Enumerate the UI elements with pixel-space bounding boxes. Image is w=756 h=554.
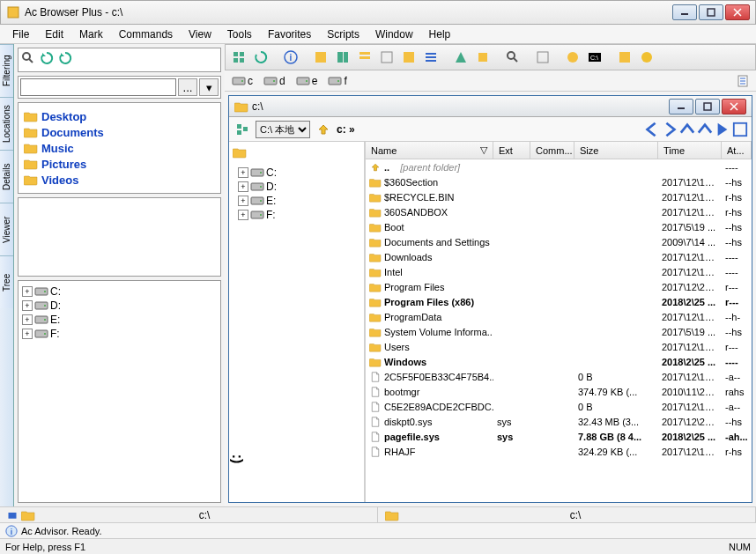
search-icon[interactable] (20, 50, 36, 66)
drive-select[interactable]: C:\ 本地 (256, 121, 310, 138)
inner-close-button[interactable] (722, 99, 746, 114)
sidetab-tree[interactable]: Tree (0, 255, 13, 308)
file-row[interactable]: Program Files2017\12\20 ...r--- (366, 279, 752, 294)
expand-icon[interactable]: + (22, 314, 33, 325)
bottom-tab[interactable]: c:\ (0, 507, 378, 522)
tb-info-icon[interactable]: i (281, 48, 300, 67)
menu-file[interactable]: File (5, 26, 36, 42)
tree-drive[interactable]: +F: (22, 327, 217, 341)
file-row[interactable]: Downloads2017\12\15 ...---- (366, 249, 752, 264)
file-row[interactable]: bootmgr374.79 KB (...2010\11\21 ...rahs (366, 384, 752, 399)
inner-tree-drive[interactable]: +F: (233, 208, 360, 222)
menu-scripts[interactable]: Scripts (320, 26, 367, 42)
col-ext[interactable]: Ext (493, 142, 530, 159)
drivebar-item[interactable]: e (293, 75, 322, 87)
tree-drive[interactable]: +D: (22, 299, 217, 313)
drivebar-item[interactable]: d (260, 75, 289, 87)
tb-btn11[interactable] (473, 48, 493, 67)
tree-drive[interactable]: +E: (22, 313, 217, 327)
refresh-icon[interactable] (39, 50, 55, 66)
menu-mark[interactable]: Mark (72, 26, 110, 42)
expand-icon[interactable]: + (22, 300, 33, 311)
maximize-button[interactable] (699, 4, 723, 20)
tb-btn7[interactable] (377, 48, 397, 67)
tb-views-icon[interactable] (229, 48, 248, 67)
col-attributes[interactable]: At... (722, 142, 752, 159)
file-row[interactable]: 360SANDBOX2017\12\15 ...r-hs (366, 204, 752, 219)
menu-edit[interactable]: Edit (38, 26, 70, 42)
menu-commands[interactable]: Commands (112, 26, 180, 42)
menu-tools[interactable]: Tools (220, 26, 259, 42)
filter-dropdown-button[interactable]: ▾ (199, 78, 219, 96)
tb-btn16[interactable] (615, 48, 634, 67)
file-row[interactable]: C5E2E89ACDE2CFBDC...0 B2017\12\15 ...-a-… (366, 399, 752, 414)
menu-favorites[interactable]: Favorites (261, 26, 318, 42)
tb-btn6[interactable] (355, 48, 374, 67)
nav-forward-icon[interactable] (662, 122, 678, 137)
nav-next-icon[interactable] (715, 122, 730, 137)
location-documents[interactable]: Documents (24, 124, 215, 140)
menu-window[interactable]: Window (368, 26, 420, 42)
tree-drive[interactable]: +C: (22, 284, 217, 299)
file-row[interactable]: Program Files (x86)2018\2\25 ...r--- (366, 294, 752, 309)
menu-view[interactable]: View (182, 26, 219, 42)
tb-find-icon[interactable] (503, 48, 523, 67)
filter-input[interactable] (20, 78, 176, 96)
expand-icon[interactable]: + (238, 210, 248, 220)
tb-refresh-icon[interactable] (251, 48, 271, 67)
inner-maximize-button[interactable] (695, 99, 720, 114)
tb-btn17[interactable] (637, 48, 656, 67)
expand-icon[interactable]: + (238, 167, 248, 178)
inner-tree-drive[interactable]: +D: (233, 180, 360, 194)
expand-icon[interactable]: + (238, 181, 248, 192)
file-row[interactable]: ProgramData2017\12\19 ...--h- (366, 309, 752, 324)
parent-folder-row[interactable]: .. [parent folder]---- (366, 159, 752, 174)
col-time[interactable]: Time (658, 142, 722, 159)
file-row[interactable]: Documents and Settings2009\7\14 ...--hs (366, 234, 752, 249)
file-row[interactable]: Intel2017\12\16 ...---- (366, 264, 752, 279)
location-pictures[interactable]: Pictures (24, 156, 215, 172)
tb-btn9[interactable] (421, 48, 441, 67)
tb-btn8[interactable] (399, 48, 419, 67)
file-row[interactable]: $RECYCLE.BIN2017\12\15 ...r-hs (366, 189, 752, 204)
notes-icon[interactable] (733, 71, 752, 91)
file-row[interactable]: Users2017\12\15 ...r--- (366, 339, 752, 354)
sidetab-viewer[interactable]: Viewer (0, 203, 13, 255)
expand-icon[interactable]: + (238, 196, 248, 206)
col-comment[interactable]: Comm... (530, 142, 574, 159)
refresh-all-icon[interactable] (57, 50, 73, 66)
col-size[interactable]: Size (574, 142, 658, 159)
filter-menu-button[interactable]: ... (178, 78, 197, 96)
expand-icon[interactable]: + (22, 329, 33, 339)
drivebar-item[interactable]: f (324, 75, 350, 87)
file-row[interactable]: RHAJF324.29 KB (...2017\12\15 ...r-hs (366, 444, 752, 459)
inner-tree-drive[interactable]: +E: (233, 194, 360, 208)
location-desktop[interactable]: Desktop (24, 108, 215, 124)
file-list[interactable]: .. [parent folder]----$360Section2017\12… (366, 159, 752, 502)
file-row[interactable]: $360Section2017\12\19 ...--hs (366, 174, 752, 189)
nav-up2-icon[interactable] (697, 122, 713, 137)
tb-btn10[interactable] (451, 48, 471, 67)
location-music[interactable]: Music (24, 140, 215, 156)
location-videos[interactable]: Videos (24, 172, 215, 188)
close-button[interactable] (725, 4, 750, 20)
tb-btn14[interactable] (563, 48, 582, 67)
nav-back-icon[interactable] (644, 122, 660, 137)
sidetab-locations[interactable]: Locations (0, 97, 13, 150)
col-name[interactable]: Name▽ (366, 142, 493, 159)
tb-btn13[interactable] (533, 48, 552, 67)
bottom-tab[interactable]: c:\ (378, 507, 756, 522)
sidetab-filtering[interactable]: Filtering (0, 44, 13, 97)
up-button[interactable] (314, 120, 333, 139)
file-row[interactable]: Windows2018\2\25 ...---- (366, 354, 752, 369)
sidetab-details[interactable]: Details (0, 150, 13, 203)
path-crumb[interactable]: c: » (337, 123, 355, 136)
drivebar-item[interactable]: c (228, 75, 256, 87)
nav-up-icon[interactable] (679, 122, 695, 137)
file-row[interactable]: Boot2017\5\19 ...--hs (366, 219, 752, 234)
tree-toggle-icon[interactable] (233, 120, 252, 139)
tb-cmd-icon[interactable]: C:\ (585, 48, 604, 67)
file-row[interactable]: System Volume Informa...2017\5\19 ...--h… (366, 324, 752, 339)
file-row[interactable]: 2C5F5F0EB33C4F75B4...0 B2017\12\15 ...-a… (366, 369, 752, 384)
file-row[interactable]: pagefile.syssys7.88 GB (8 4...2018\2\25 … (366, 429, 752, 444)
